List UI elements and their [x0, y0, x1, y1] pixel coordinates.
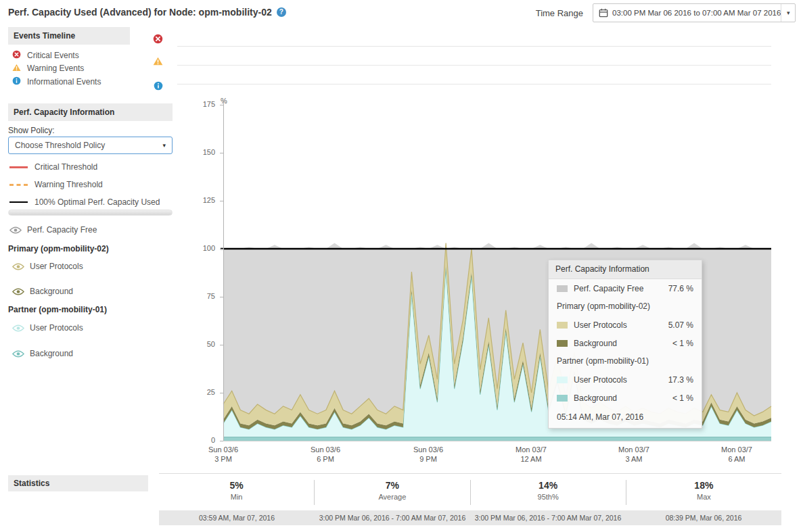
stat-95th-detail: 3:00 PM Mar 06, 2016 - 7:00 AM Mar 07, 2…	[470, 514, 626, 522]
statistics-panel: 5% Min 7% Average 14% 95th% 18% Max 03:5…	[159, 473, 781, 525]
stat-95th: 14% 95th%	[471, 480, 626, 505]
eye-icon	[12, 263, 24, 270]
page-header: Perf. Capacity Used (Advanced) for Node:…	[8, 7, 286, 18]
tooltip-row-primary-bg: Background < 1 %	[549, 334, 702, 352]
warning-event-icon	[12, 64, 21, 74]
y-tick-label: 0	[189, 436, 215, 444]
stat-max-detail: 08:39 PM, Mar 06, 2016	[626, 514, 781, 522]
tooltip-timestamp: 05:14 AM, Mar 07, 2016	[549, 407, 702, 428]
eye-icon	[9, 226, 22, 234]
tooltip-row-partner-user: User Protocols 17.3 %	[549, 370, 702, 389]
info-events-track-icon[interactable]	[154, 81, 163, 91]
y-tick-label: 125	[189, 196, 215, 204]
show-policy-label: Show Policy:	[8, 126, 55, 135]
statistics-header: Statistics	[8, 475, 148, 491]
legend-informational-events[interactable]: Informational Events	[12, 76, 101, 87]
threshold-policy-select[interactable]: Choose Threshold Policy ▾	[8, 137, 173, 154]
time-range-value: 03:00 PM Mar 06 2016 to 07:00 AM Mar 07 …	[612, 9, 781, 17]
y-tick-label: 175	[189, 100, 215, 108]
eye-icon	[12, 288, 24, 295]
y-tick-label: 150	[189, 148, 215, 156]
x-tick-label: Sun 03/69 PM	[391, 445, 465, 464]
x-tick-label: Sun 03/66 PM	[288, 445, 363, 464]
statistics-values-row: 5% Min 7% Average 14% 95th% 18% Max	[159, 474, 781, 505]
time-range-label: Time Range	[536, 8, 583, 18]
statistics-details-row: 03:59 AM, Mar 07, 2016 3:00 PM Mar 06, 2…	[159, 510, 781, 525]
tooltip-partner-section: Partner (opm-mobility-01)	[549, 352, 702, 370]
tooltip-row-partner-bg: Background < 1 %	[549, 389, 702, 407]
toggle-perf-capacity-free[interactable]: Perf. Capacity Free	[9, 225, 97, 235]
tooltip-title: Perf. Capacity Information	[549, 260, 702, 279]
toggle-primary-user-protocols[interactable]: User Protocols	[12, 262, 83, 271]
stat-min: 5% Min	[159, 480, 315, 505]
chart-tooltip: Perf. Capacity Information Perf. Capacit…	[548, 260, 702, 429]
partner-group-label: Partner (opm-mobility-01)	[8, 305, 107, 314]
x-tick-label: Mon 03/76 AM	[700, 445, 774, 464]
primary-bg-swatch	[557, 340, 568, 347]
x-tick-label: Sun 03/63 PM	[186, 445, 260, 464]
time-range-picker[interactable]: 03:00 PM Mar 06 2016 to 07:00 AM Mar 07 …	[593, 3, 796, 22]
warning-events-track-icon[interactable]	[153, 57, 163, 66]
y-tick-label: 100	[189, 244, 215, 252]
threshold-policy-value: Choose Threshold Policy	[15, 141, 105, 150]
time-range-control: Time Range 03:00 PM Mar 06 2016 to 07:00…	[536, 3, 796, 22]
free-swatch	[557, 285, 568, 292]
perf-capacity-info-header: Perf. Capacity Information	[8, 103, 173, 121]
stat-max: 18% Max	[626, 480, 781, 505]
eye-icon	[12, 350, 24, 358]
primary-user-swatch	[557, 322, 568, 329]
toggle-partner-background[interactable]: Background	[12, 349, 73, 358]
sidebar-scrollbar[interactable]	[8, 210, 173, 216]
y-tick-label: 50	[189, 340, 215, 348]
partner-user-swatch	[557, 377, 568, 383]
legend-warning-events[interactable]: Warning Events	[12, 63, 84, 74]
page-title: Perf. Capacity Used (Advanced) for Node:…	[8, 7, 272, 18]
y-tick-label: 25	[189, 388, 215, 396]
calendar-icon	[599, 8, 608, 18]
toggle-partner-user-protocols[interactable]: User Protocols	[12, 323, 83, 333]
critical-threshold-swatch	[9, 166, 28, 168]
partner-bg-swatch	[557, 395, 568, 402]
legend-warning-threshold: Warning Threshold	[9, 180, 103, 189]
legend-critical-threshold: Critical Threshold	[9, 162, 97, 172]
eye-icon	[12, 324, 24, 332]
stat-average-detail: 3:00 PM Mar 06, 2016 - 7:00 AM Mar 07, 2…	[315, 514, 470, 522]
optimal-threshold-swatch	[9, 201, 28, 203]
toggle-primary-background[interactable]: Background	[12, 287, 73, 296]
critical-events-track-icon[interactable]	[153, 34, 163, 44]
legend-optimal-threshold: 100% Optimal Perf. Capacity Used	[9, 197, 160, 207]
critical-event-icon	[12, 50, 21, 61]
legend-critical-events[interactable]: Critical Events	[12, 50, 79, 61]
tooltip-primary-section: Primary (opm-mobility-02)	[549, 297, 702, 316]
help-icon[interactable]: ?	[277, 7, 286, 17]
chevron-down-icon[interactable]: ▾	[781, 4, 795, 22]
tooltip-row-free: Perf. Capacity Free 77.6 %	[549, 279, 702, 297]
x-tick-label: Mon 03/712 AM	[494, 445, 568, 464]
stat-average: 7% Average	[315, 480, 470, 505]
chevron-down-icon: ▾	[162, 142, 166, 149]
tooltip-row-primary-user: User Protocols 5.07 %	[549, 316, 702, 334]
y-tick-label: 75	[189, 292, 215, 300]
x-tick-label: Mon 03/73 AM	[597, 445, 671, 464]
events-timeline-header: Events Timeline	[8, 27, 130, 45]
stat-min-detail: 03:59 AM, Mar 07, 2016	[159, 514, 315, 522]
info-event-icon	[12, 76, 21, 87]
warning-threshold-swatch	[9, 184, 28, 186]
primary-group-label: Primary (opm-mobility-02)	[8, 244, 109, 253]
